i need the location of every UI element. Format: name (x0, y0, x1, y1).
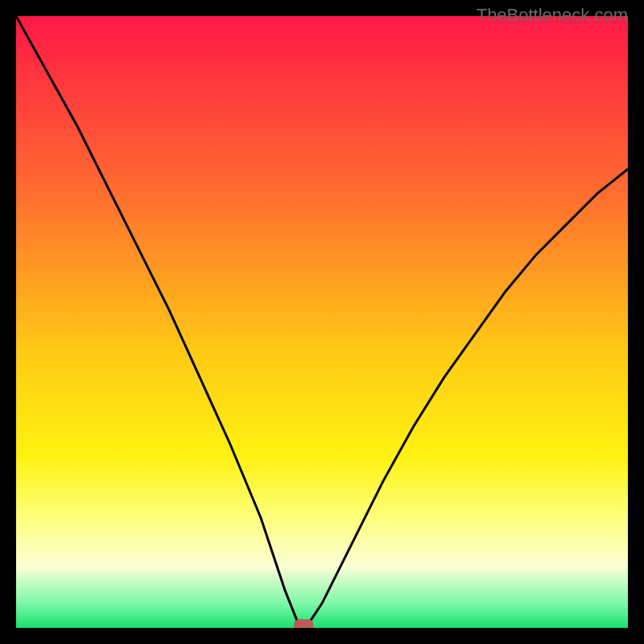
watermark-text: TheBottleneck.com (477, 5, 628, 26)
optimal-marker (294, 619, 313, 628)
chart-background (16, 16, 628, 628)
chart-plot-area (16, 16, 628, 628)
bottleneck-chart-svg (16, 16, 628, 628)
